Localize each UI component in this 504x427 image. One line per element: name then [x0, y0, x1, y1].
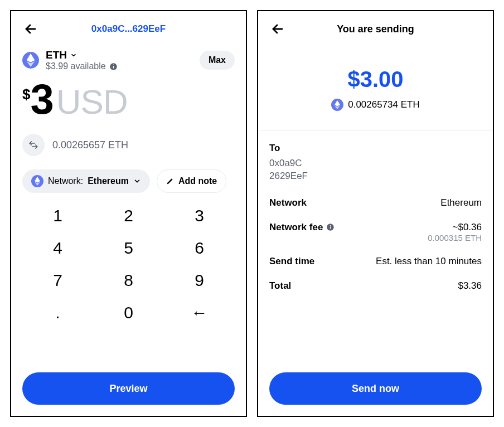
back-button[interactable]: [22, 21, 39, 37]
chevron-down-icon: [133, 177, 141, 185]
to-section: To 0x0a9C 2629EeF: [269, 143, 482, 183]
network-label: Network: [269, 197, 307, 208]
total-row: Total $3.36: [269, 280, 482, 292]
key-backspace[interactable]: ←: [164, 303, 235, 322]
amount-eth: 0.00265734 ETH: [348, 99, 420, 110]
numeric-keypad: 1 2 3 4 5 6 7 8 9 . 0 ←: [22, 206, 235, 322]
key-dot[interactable]: .: [22, 303, 93, 322]
key-2[interactable]: 2: [93, 206, 164, 225]
svg-rect-3: [113, 64, 114, 65]
header: You are sending: [269, 19, 482, 39]
arrow-left-icon: [271, 22, 284, 36]
add-note-label: Add note: [178, 176, 217, 186]
send-confirm-screen: You are sending $3.00 0.00265734 ETH To …: [257, 10, 494, 417]
network-chip-label: Network:: [48, 176, 83, 186]
amount-value: 3: [30, 81, 52, 118]
info-icon[interactable]: [109, 62, 118, 71]
amount-summary: $3.00 0.00265734 ETH: [269, 67, 482, 111]
pencil-icon: [166, 177, 174, 185]
fee-usd: ~$0.36: [428, 222, 482, 233]
currency-code: USD: [56, 82, 128, 122]
key-1[interactable]: 1: [22, 206, 93, 225]
recipient-address-link[interactable]: 0x0a9C...629EeF: [22, 23, 235, 35]
fee-eth: 0.000315 ETH: [428, 233, 482, 242]
sendtime-value: Est. less than 10 minutes: [376, 256, 482, 267]
network-value: Ethereum: [440, 197, 482, 208]
network-chip-value: Ethereum: [88, 176, 129, 186]
send-amount-screen: 0x0a9C...629EeF ETH $3.99 available Max …: [10, 10, 247, 417]
key-3[interactable]: 3: [164, 206, 235, 225]
divider: [258, 130, 493, 130]
chevron-down-icon: [70, 52, 77, 59]
network-row: Network Ethereum: [269, 197, 482, 208]
fee-label: Network fee: [269, 222, 323, 233]
arrow-left-icon: [24, 22, 37, 36]
back-button[interactable]: [269, 21, 286, 37]
total-label: Total: [269, 280, 291, 292]
asset-selector-row: ETH $3.99 available Max: [22, 49, 235, 71]
info-icon[interactable]: [326, 223, 335, 231]
conversion-row: 0.00265657 ETH: [22, 134, 235, 156]
svg-rect-8: [330, 227, 331, 229]
key-6[interactable]: 6: [164, 239, 235, 258]
currency-symbol: $: [22, 86, 30, 103]
max-button[interactable]: Max: [200, 51, 235, 70]
sendtime-label: Send time: [269, 256, 314, 267]
amount-usd: $3.00: [269, 67, 482, 92]
eth-logo-icon: [331, 99, 343, 111]
asset-symbol: ETH: [46, 49, 67, 61]
svg-rect-9: [330, 225, 331, 226]
network-chip[interactable]: Network: Ethereum: [22, 169, 150, 193]
key-9[interactable]: 9: [164, 271, 235, 290]
header: 0x0a9C...629EeF: [22, 19, 235, 39]
available-balance: $3.99 available: [46, 61, 106, 71]
key-0[interactable]: 0: [93, 303, 164, 322]
fee-row: Network fee ~$0.36 0.000315 ETH: [269, 222, 482, 242]
eth-logo-icon: [31, 175, 43, 187]
add-note-chip[interactable]: Add note: [157, 169, 226, 193]
to-address: 0x0a9C 2629EeF: [269, 157, 482, 183]
eth-logo-icon: [22, 52, 39, 69]
swap-currency-button[interactable]: [22, 134, 45, 156]
send-now-button[interactable]: Send now: [269, 372, 482, 405]
preview-button[interactable]: Preview: [22, 372, 235, 405]
to-label: To: [269, 143, 482, 154]
key-5[interactable]: 5: [93, 239, 164, 258]
swap-icon: [28, 140, 38, 150]
sendtime-row: Send time Est. less than 10 minutes: [269, 256, 482, 267]
key-7[interactable]: 7: [22, 271, 93, 290]
total-value: $3.36: [458, 280, 482, 292]
key-8[interactable]: 8: [93, 271, 164, 290]
key-4[interactable]: 4: [22, 239, 93, 258]
converted-amount: 0.00265657 ETH: [52, 139, 128, 151]
svg-rect-2: [113, 66, 114, 68]
page-title: You are sending: [269, 23, 482, 35]
amount-display: $ 3 USD: [22, 81, 235, 122]
asset-info[interactable]: ETH $3.99 available: [46, 49, 118, 71]
